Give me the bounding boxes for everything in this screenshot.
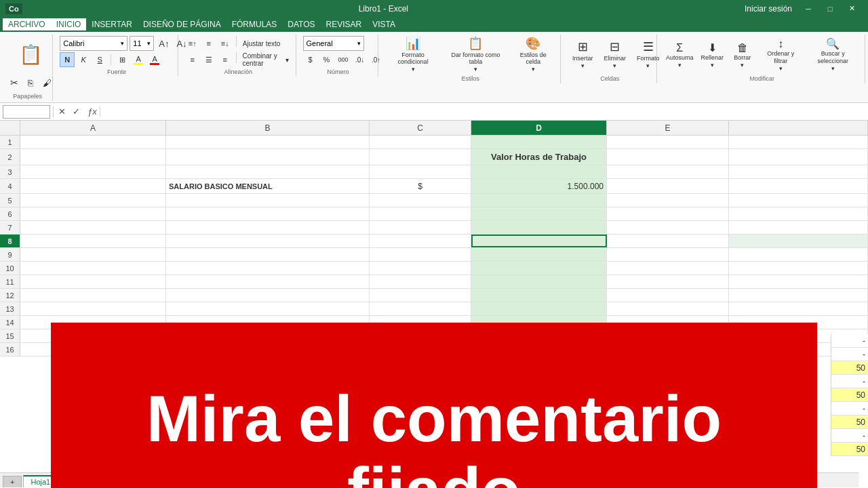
number-format-selector[interactable]: General ▾	[303, 36, 364, 51]
cell-a10[interactable]	[20, 262, 166, 274]
col-header-e[interactable]: E	[607, 121, 729, 135]
cell-a11[interactable]	[20, 275, 166, 288]
cell-a1[interactable]	[20, 136, 166, 148]
cell-a2[interactable]	[20, 149, 166, 165]
cell-c13[interactable]	[370, 302, 471, 315]
cell-b1[interactable]	[166, 136, 370, 148]
cell-d5[interactable]	[471, 194, 607, 207]
col-header-d[interactable]: D	[471, 121, 607, 135]
cell-d2[interactable]: Valor Horas de Trabajo	[471, 149, 607, 165]
cell-e7[interactable]	[607, 221, 729, 234]
cell-a4[interactable]	[20, 179, 166, 193]
maximize-button[interactable]: □	[819, 0, 841, 17]
percent-button[interactable]: %	[319, 52, 334, 67]
cell-b11[interactable]	[166, 275, 370, 288]
cell-b7[interactable]	[166, 221, 370, 234]
copy-button[interactable]: ⎘	[23, 75, 38, 90]
cell-c11[interactable]	[370, 275, 471, 288]
cell-e9[interactable]	[607, 248, 729, 261]
cell-a5[interactable]	[20, 194, 166, 207]
cell-d8[interactable]	[471, 235, 607, 247]
increase-font-button[interactable]: A↑	[156, 36, 172, 51]
cell-e6[interactable]	[607, 207, 729, 220]
signin-button[interactable]: Iniciar sesión	[745, 4, 792, 14]
increase-decimal-button[interactable]: .0↓	[353, 52, 368, 67]
cell-e13[interactable]	[607, 302, 729, 315]
cell-d6[interactable]	[471, 207, 607, 220]
cell-d4[interactable]: 1.500.000	[471, 179, 607, 193]
col-header-c[interactable]: C	[370, 121, 471, 135]
cell-e3[interactable]	[607, 165, 729, 178]
cell-a12[interactable]	[20, 289, 166, 302]
menu-inicio[interactable]: INICIO	[51, 18, 87, 30]
cell-b2[interactable]	[166, 149, 370, 165]
cell-c1[interactable]	[370, 136, 471, 148]
clear-button[interactable]: 🗑 Borrar ▾	[729, 36, 756, 74]
merge-center-button[interactable]: Combinar y centrar ▾	[240, 52, 292, 67]
underline-button[interactable]: S	[92, 52, 107, 67]
menu-diseno[interactable]: DISEÑO DE PÁGINA	[138, 18, 226, 30]
cell-b6[interactable]	[166, 207, 370, 220]
cell-a9[interactable]	[20, 248, 166, 261]
fill-color-button[interactable]: A	[131, 52, 146, 67]
conditional-format-button[interactable]: 📊 Formato condicional ▾	[385, 36, 441, 74]
cell-b9[interactable]	[166, 248, 370, 261]
cell-c8[interactable]	[370, 235, 471, 247]
autosum-button[interactable]: Σ Autosuma ▾	[664, 36, 696, 74]
find-select-button[interactable]: 🔍 Buscar y seleccionar ▾	[806, 36, 861, 74]
cell-c12[interactable]	[370, 289, 471, 302]
cell-e10[interactable]	[607, 262, 729, 274]
fill-button[interactable]: ⬇ Rellenar ▾	[698, 36, 726, 74]
cell-e2[interactable]	[607, 149, 729, 165]
cell-d3[interactable]	[471, 165, 607, 178]
menu-datos[interactable]: DATOS	[282, 18, 320, 30]
menu-revisar[interactable]: REVISAR	[321, 18, 368, 30]
cell-c2[interactable]	[370, 149, 471, 165]
cell-d1[interactable]	[471, 136, 607, 148]
insert-cells-button[interactable]: ⊞ Insertar ▾	[568, 36, 598, 74]
cell-c3[interactable]	[370, 165, 471, 178]
close-button[interactable]: ✕	[841, 0, 863, 17]
cell-b5[interactable]	[166, 194, 370, 207]
cell-c7[interactable]	[370, 221, 471, 234]
delete-cells-button[interactable]: ⊟ Eliminar ▾	[599, 36, 631, 74]
currency-button[interactable]: $	[303, 52, 318, 67]
cell-e8[interactable]	[607, 235, 729, 247]
cell-styles-button[interactable]: 🎨 Estilos de celda ▾	[510, 36, 556, 74]
font-color-button[interactable]: A	[147, 52, 162, 67]
cell-d7[interactable]	[471, 221, 607, 234]
cell-b8[interactable]	[166, 235, 370, 247]
format-as-table-button[interactable]: 📋 Dar formato como tabla ▾	[444, 36, 508, 74]
confirm-formula-button[interactable]: ✓	[71, 106, 82, 117]
cell-d13[interactable]	[471, 302, 607, 315]
col-header-b[interactable]: B	[166, 121, 370, 135]
cut-button[interactable]: ✂	[7, 75, 22, 90]
cell-c4[interactable]: $	[370, 179, 471, 193]
cell-e5[interactable]	[607, 194, 729, 207]
cell-c5[interactable]	[370, 194, 471, 207]
cell-c10[interactable]	[370, 262, 471, 274]
cell-e11[interactable]	[607, 275, 729, 288]
cell-d9[interactable]	[471, 248, 607, 261]
menu-insertar[interactable]: INSERTAR	[86, 18, 138, 30]
cell-e4[interactable]	[607, 179, 729, 193]
align-bottom-button[interactable]: ≡↓	[218, 36, 233, 51]
align-middle-button[interactable]: ≡	[201, 36, 216, 51]
col-header-a[interactable]: A	[20, 121, 166, 135]
cell-d11[interactable]	[471, 275, 607, 288]
font-size-selector[interactable]: 11 ▾	[130, 36, 154, 51]
minimize-button[interactable]: ─	[797, 0, 819, 17]
border-button[interactable]: ⊞	[115, 52, 130, 67]
cell-c6[interactable]	[370, 207, 471, 220]
format-painter-button[interactable]: 🖌	[39, 75, 54, 90]
cell-b12[interactable]	[166, 289, 370, 302]
cell-a13[interactable]	[20, 302, 166, 315]
cell-b4[interactable]: SALARIO BASICO MENSUAL	[166, 179, 370, 193]
align-left-button[interactable]: ≡	[185, 52, 200, 67]
cell-b13[interactable]	[166, 302, 370, 315]
cell-d12[interactable]	[471, 289, 607, 302]
menu-formulas[interactable]: FÓRMULAS	[226, 18, 283, 30]
cell-e12[interactable]	[607, 289, 729, 302]
align-right-button[interactable]: ≡	[218, 52, 233, 67]
cell-e1[interactable]	[607, 136, 729, 148]
